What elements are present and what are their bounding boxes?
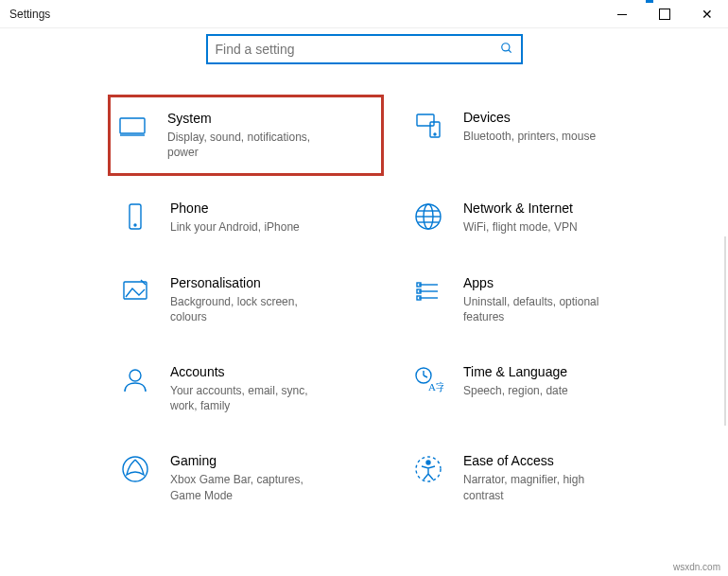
search-icon [500,42,513,58]
personalisation-icon [119,275,151,307]
tile-ease-of-access[interactable]: Ease of Access Narrator, magnifier, high… [407,445,671,510]
titlebar: Settings ✕ [0,0,728,28]
scrollbar[interactable] [724,236,726,426]
svg-point-8 [134,224,136,226]
minimize-button[interactable] [600,0,643,28]
accounts-icon [119,364,151,396]
search-box[interactable] [206,34,523,64]
tile-title: Ease of Access [463,453,624,468]
tile-title: System [167,111,328,126]
tile-title: Gaming [170,453,331,468]
tile-devices[interactable]: Devices Bluetooth, printers, mouse [407,102,671,168]
tile-title: Apps [463,275,624,290]
tile-desc: Display, sound, notifications, power [167,130,328,160]
tile-desc: WiFi, flight mode, VPN [463,219,578,235]
tile-desc: Bluetooth, printers, mouse [463,129,596,144]
tile-time-language[interactable]: A字 Time & Language Speech, region, date [407,357,671,421]
tile-accounts[interactable]: Accounts Your accounts, email, sync, wor… [113,357,378,421]
tile-personalisation[interactable]: Personalisation Background, lock screen,… [113,268,378,332]
tile-system[interactable]: System Display, sound, notifications, po… [108,95,384,176]
tile-phone[interactable]: Phone Link your Android, iPhone [113,193,378,242]
system-icon [116,111,148,143]
tile-apps[interactable]: Apps Uninstall, defaults, optional featu… [407,268,671,332]
svg-line-1 [508,49,511,52]
tile-desc: Background, lock screen, colours [170,294,331,324]
tile-gaming[interactable]: Gaming Xbox Game Bar, captures, Game Mod… [113,445,378,510]
gaming-icon [119,453,151,485]
tile-desc: Speech, region, date [463,383,568,398]
svg-point-28 [426,461,430,464]
window-title: Settings [9,8,50,21]
tile-desc: Xbox Game Bar, captures, Game Mode [170,472,331,502]
close-button[interactable]: ✕ [685,0,728,28]
svg-rect-4 [417,114,434,126]
tile-title: Network & Internet [463,201,578,216]
devices-icon [412,110,444,142]
phone-icon [119,201,151,233]
tile-desc: Narrator, magnifier, high contrast [463,472,624,502]
apps-icon [412,275,444,307]
svg-point-0 [501,43,509,50]
svg-line-24 [424,375,427,377]
network-icon [412,201,444,233]
svg-rect-7 [130,204,141,229]
settings-grid: System Display, sound, notifications, po… [0,83,728,530]
tile-title: Phone [170,201,300,216]
search-input[interactable] [216,42,500,57]
tile-title: Accounts [170,364,331,379]
svg-point-6 [434,133,436,135]
tile-title: Time & Language [463,364,568,379]
tile-title: Devices [463,110,596,125]
watermark: wsxdn.com [673,562,720,572]
tile-title: Personalisation [170,275,331,290]
time-language-icon: A字 [412,364,444,396]
maximize-button[interactable] [643,0,685,28]
tile-desc: Your accounts, email, sync, work, family [170,383,331,413]
tile-desc: Uninstall, defaults, optional features [463,294,624,324]
ease-of-access-icon [412,453,444,485]
tile-desc: Link your Android, iPhone [170,219,300,235]
tile-network[interactable]: Network & Internet WiFi, flight mode, VP… [407,193,671,242]
window-controls: ✕ [600,0,728,27]
svg-text:A字: A字 [428,381,443,393]
svg-point-21 [130,370,141,381]
svg-rect-2 [120,118,145,133]
